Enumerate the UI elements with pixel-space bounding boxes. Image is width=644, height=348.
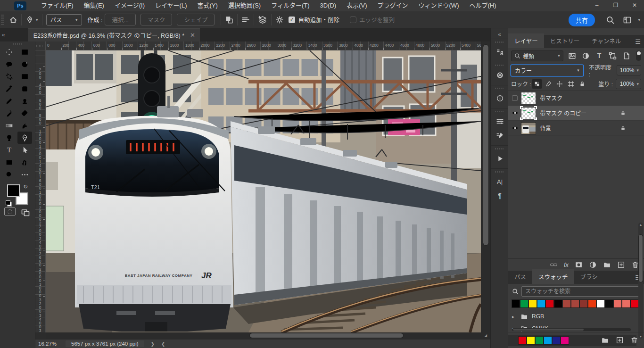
- layer-filter-select[interactable]: 種類 ▾: [511, 50, 563, 61]
- info-panel-icon[interactable]: [491, 91, 509, 105]
- new-swatch-icon[interactable]: [616, 336, 624, 344]
- menu-item[interactable]: プラグイン: [372, 0, 413, 11]
- hand-tool[interactable]: [17, 156, 32, 168]
- menu-item[interactable]: ウィンドウ(W): [413, 0, 464, 11]
- pen-options-chevron-icon[interactable]: ▾: [36, 17, 38, 22]
- panel-menu-icon[interactable]: ☰: [635, 38, 640, 45]
- menu-item[interactable]: レイヤー(L): [150, 0, 192, 11]
- gradient-tool[interactable]: [2, 119, 17, 132]
- swatch[interactable]: [554, 300, 562, 307]
- close-button[interactable]: ✕: [625, 0, 644, 10]
- lock-paint-button[interactable]: [543, 79, 553, 89]
- foreground-color-chip[interactable]: [7, 184, 20, 197]
- eyedropper-tool[interactable]: [2, 83, 17, 95]
- color-wheel-panel-icon[interactable]: [491, 68, 509, 82]
- new-swatch-group-icon[interactable]: [601, 336, 609, 344]
- document-tab[interactable]: E233系0番台.psd @ 16.3% (帯マスク のコピー, RGB/8) …: [28, 28, 200, 41]
- rail-grip[interactable]: [495, 148, 504, 149]
- lock-all-button[interactable]: [577, 79, 587, 89]
- layer-row[interactable]: 帯マスク のコピー: [508, 106, 644, 121]
- swatch[interactable]: [631, 300, 638, 307]
- close-tab-icon[interactable]: ✕: [190, 32, 195, 39]
- toolbar-grip[interactable]: [13, 43, 22, 45]
- swap-colors-icon[interactable]: ↻: [23, 183, 28, 190]
- workspace-icon[interactable]: [623, 16, 632, 25]
- restore-button[interactable]: ❐: [606, 0, 625, 10]
- layers-panel-tab[interactable]: ヒストリー: [544, 33, 586, 48]
- tool-mode-select[interactable]: パス ▾: [46, 14, 82, 25]
- menu-item[interactable]: 表示(V): [341, 0, 372, 11]
- actions-panel-icon[interactable]: [491, 151, 509, 166]
- crop-tool[interactable]: [2, 70, 17, 83]
- swatches-panel-tab[interactable]: ブラシ: [574, 269, 604, 284]
- horizontal-scrollbar[interactable]: [46, 332, 481, 339]
- layer-thumbnail[interactable]: [521, 123, 536, 134]
- dodge-tool[interactable]: [2, 132, 17, 144]
- menu-item[interactable]: 書式(Y): [192, 0, 223, 11]
- rail-grip[interactable]: [495, 111, 504, 112]
- swatch[interactable]: [605, 300, 613, 307]
- filter-pixel-layers-icon[interactable]: [568, 50, 577, 61]
- path-selection-tool[interactable]: [17, 144, 32, 156]
- swatch[interactable]: [520, 300, 528, 307]
- layer-visibility-eye-icon[interactable]: [508, 109, 521, 116]
- path-alignment-icon[interactable]: [241, 16, 250, 24]
- filter-type-layers-icon[interactable]: T: [594, 50, 604, 61]
- minimize-button[interactable]: –: [587, 0, 606, 10]
- swatches-scrollbar-thumb[interactable]: [639, 235, 643, 282]
- swatch-group-header[interactable]: ▸RGB: [508, 310, 644, 323]
- swatch[interactable]: [537, 300, 545, 307]
- swatches-panel-tab[interactable]: スウォッチ: [532, 269, 574, 284]
- vertical-scrollbar-thumb[interactable]: [483, 45, 488, 245]
- create-mask-button[interactable]: マスク: [140, 14, 173, 25]
- menu-item[interactable]: 選択範囲(S): [223, 0, 266, 11]
- smudge-tool[interactable]: [17, 119, 32, 132]
- rail-grip[interactable]: [495, 171, 504, 173]
- new-group-icon[interactable]: [603, 261, 611, 269]
- swatch[interactable]: [571, 300, 579, 307]
- filter-toggle[interactable]: [636, 50, 641, 61]
- blend-mode-select[interactable]: カラー ▾: [511, 65, 583, 76]
- align-edges-checkbox[interactable]: [350, 17, 356, 23]
- swatch[interactable]: [580, 300, 587, 307]
- type-tool[interactable]: T: [2, 144, 17, 156]
- layer-visibility-toggle[interactable]: [508, 95, 521, 101]
- lasso-tool[interactable]: [2, 58, 17, 70]
- photoshop-logo[interactable]: Ps: [14, 1, 26, 10]
- create-shape-button[interactable]: シェイプ: [177, 14, 215, 25]
- fill-value[interactable]: 100% ▾: [616, 79, 641, 89]
- opacity-value[interactable]: 100% ▾: [617, 65, 641, 75]
- filter-smart-objects-icon[interactable]: [622, 50, 631, 61]
- swatch[interactable]: [614, 300, 621, 307]
- status-expand-icon[interactable]: ❯: [151, 341, 155, 347]
- clone-stamp-tool[interactable]: [17, 95, 32, 107]
- healing-brush-tool[interactable]: [17, 83, 32, 95]
- layer-lock-icon[interactable]: [620, 110, 626, 116]
- filter-adjustment-layers-icon[interactable]: [581, 50, 590, 61]
- layers-panel-tab[interactable]: レイヤー: [508, 33, 544, 48]
- create-selection-button[interactable]: 選択...: [105, 14, 135, 25]
- add-layer-mask-icon[interactable]: [575, 261, 583, 269]
- delete-swatch-icon[interactable]: [630, 336, 638, 344]
- lock-transparency-button[interactable]: [532, 79, 542, 89]
- marquee-tool[interactable]: [17, 46, 32, 58]
- rail-grip[interactable]: [495, 88, 504, 89]
- scroll-up-icon[interactable]: ▲: [638, 223, 643, 226]
- menu-item[interactable]: イメージ(I): [109, 0, 150, 11]
- path-arrangement-icon[interactable]: [258, 15, 267, 25]
- eraser-tool[interactable]: [17, 107, 32, 119]
- clone-source-panel-icon[interactable]: [491, 45, 509, 59]
- swatches-panel-tab[interactable]: パス: [508, 269, 532, 284]
- move-tool[interactable]: [2, 46, 17, 58]
- layer-thumbnail[interactable]: [521, 108, 536, 119]
- vertical-scrollbar[interactable]: [481, 41, 490, 332]
- layer-lock-icon[interactable]: [620, 125, 626, 131]
- new-layer-icon[interactable]: [617, 261, 625, 269]
- edit-toolbar[interactable]: [17, 168, 32, 181]
- layers-panel-tab[interactable]: チャンネル: [586, 33, 627, 48]
- frame-tool[interactable]: [17, 70, 32, 83]
- history-brush-tool[interactable]: [2, 107, 17, 119]
- collapse-toolbar-icon[interactable]: «: [2, 32, 5, 38]
- rail-grip[interactable]: [495, 41, 504, 43]
- layer-row[interactable]: 帯マスク: [508, 91, 644, 106]
